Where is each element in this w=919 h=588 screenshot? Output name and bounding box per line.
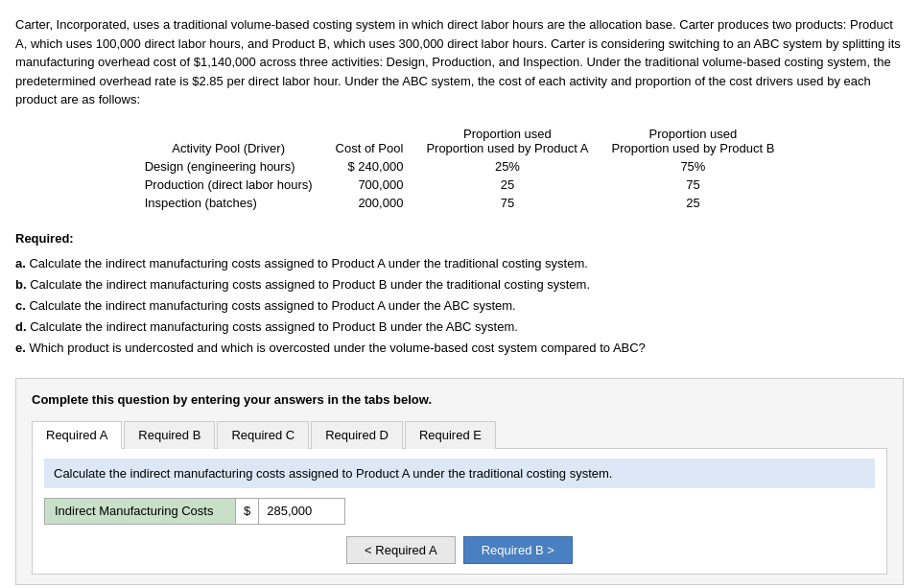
tab-required-b[interactable]: Required B — [124, 421, 215, 449]
activity-cell: Design (engineering hours) — [133, 157, 324, 176]
prop-b-cell: 25 — [600, 194, 786, 212]
required-label: Required: — [15, 231, 904, 246]
col-header-cost: Cost of Pool — [324, 125, 415, 157]
tab-content: Calculate the indirect manufacturing cos… — [32, 449, 887, 575]
activity-table: Activity Pool (Driver) Cost of Pool Prop… — [133, 125, 787, 212]
cost-cell: $ 240,000 — [324, 157, 415, 176]
forward-button[interactable]: Required B > — [463, 536, 573, 564]
table-row: Production (direct labor hours) 700,000 … — [133, 176, 787, 194]
col-header-prop-a: Proportion usedProportion used by Produc… — [414, 125, 600, 157]
activity-cell: Production (direct labor hours) — [133, 176, 324, 194]
tab-required-a[interactable]: Required A — [32, 421, 122, 449]
cost-cell: 200,000 — [324, 194, 415, 212]
prop-a-cell: 25 — [414, 176, 600, 194]
requirements-list: a. Calculate the indirect manufacturing … — [15, 253, 904, 359]
tab-required-c[interactable]: Required C — [217, 421, 309, 449]
requirement-item: d. Calculate the indirect manufacturing … — [15, 317, 904, 338]
dollar-sign: $ — [236, 498, 259, 525]
cost-cell: 700,000 — [324, 176, 415, 194]
prop-a-cell: 75 — [414, 194, 600, 212]
intro-paragraph: Carter, Incorporated, uses a traditional… — [15, 15, 904, 109]
col-header-prop-b: Proportion usedProportion used by Produc… — [600, 125, 786, 157]
requirement-item: a. Calculate the indirect manufacturing … — [15, 253, 904, 274]
requirement-item: e. Which product is undercosted and whic… — [15, 338, 904, 359]
prop-a-cell: 25% — [414, 157, 600, 176]
prop-b-cell: 75 — [600, 176, 786, 194]
tab-description: Calculate the indirect manufacturing cos… — [44, 459, 875, 488]
tabs-row: Required ARequired BRequired CRequired D… — [32, 420, 887, 449]
complete-box-text: Complete this question by entering your … — [32, 392, 887, 407]
value-input[interactable] — [259, 498, 345, 525]
activity-cell: Inspection (batches) — [133, 194, 324, 212]
tab-required-d[interactable]: Required D — [311, 421, 403, 449]
prop-b-cell: 75% — [600, 157, 786, 176]
requirement-item: c. Calculate the indirect manufacturing … — [15, 295, 904, 317]
input-label: Indirect Manufacturing Costs — [44, 498, 236, 525]
tab-required-e[interactable]: Required E — [405, 421, 496, 449]
table-row: Design (engineering hours) $ 240,000 25%… — [133, 157, 787, 176]
requirement-item: b. Calculate the indirect manufacturing … — [15, 274, 904, 295]
back-button[interactable]: < Required A — [346, 536, 456, 564]
col-header-activity: Activity Pool (Driver) — [133, 125, 324, 157]
nav-buttons: < Required A Required B > — [44, 536, 875, 564]
table-row: Inspection (batches) 200,000 75 25 — [133, 194, 787, 212]
activity-table-section: Activity Pool (Driver) Cost of Pool Prop… — [15, 125, 904, 212]
complete-box: Complete this question by entering your … — [15, 378, 904, 585]
input-row: Indirect Manufacturing Costs $ — [44, 498, 875, 525]
